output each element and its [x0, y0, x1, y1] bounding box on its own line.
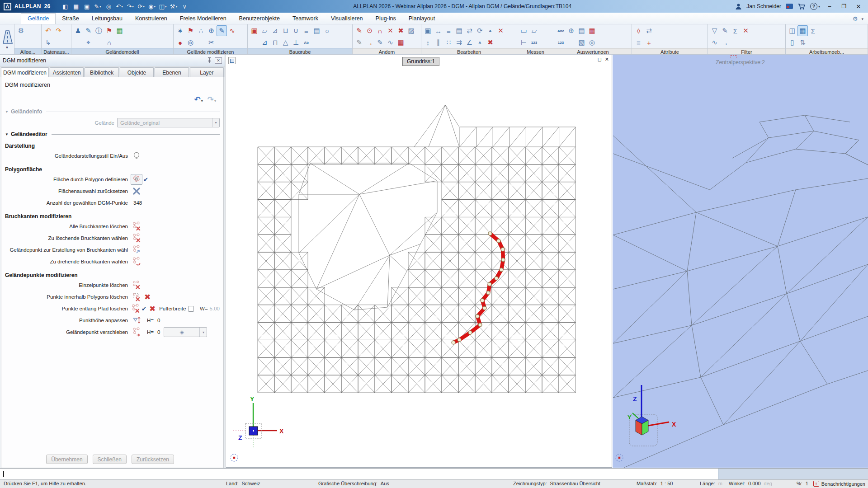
- angle-icon[interactable]: ∠: [464, 37, 475, 48]
- pit-ramp-icon[interactable]: ⊿: [270, 25, 280, 36]
- pit-anchor-icon[interactable]: ⊥: [291, 37, 301, 48]
- eval-chart-icon[interactable]: ▦: [587, 25, 597, 36]
- palette-close-icon[interactable]: ✕: [215, 57, 222, 64]
- redo-button[interactable]: ↷▾: [208, 95, 216, 104]
- terrain-info-icon[interactable]: ⓘ: [94, 25, 104, 36]
- palette-tab-dgm-modifizieren[interactable]: DGM modifizieren: [1, 67, 49, 77]
- view-eye-icon[interactable]: ◉▾: [147, 1, 157, 11]
- mesh-stats-icon[interactable]: ⌂: [104, 37, 114, 48]
- pit-tent-icon[interactable]: △: [280, 37, 291, 48]
- save-icon[interactable]: ▣: [82, 1, 92, 11]
- bulb-icon[interactable]: [131, 151, 142, 161]
- model-cube-icon[interactable]: ◧: [60, 1, 70, 11]
- menu-tab-leitungsbau[interactable]: Leitungsbau: [85, 14, 129, 24]
- palette-tab-bibliothek[interactable]: Bibliothek: [85, 67, 118, 77]
- pit-u-icon[interactable]: ⊔: [280, 25, 291, 36]
- breakline-delete-select-icon[interactable]: [131, 233, 142, 243]
- restore-button[interactable]: ❐: [839, 3, 849, 9]
- pit-layers-icon[interactable]: ≡: [301, 25, 311, 36]
- dgm-edit-icon[interactable]: ✎: [217, 25, 227, 36]
- viewport-perspective[interactable]: Zentralperspektive:2: [613, 55, 868, 468]
- menu-tab-stra-e[interactable]: Straße: [56, 14, 85, 24]
- copy-icon[interactable]: ▣: [423, 25, 433, 36]
- redo-icon[interactable]: ↷▾: [125, 1, 135, 11]
- viewport-plan-title[interactable]: Grundriss:1: [402, 57, 439, 66]
- path-undo-icon[interactable]: ↶: [43, 25, 53, 36]
- eval-report-icon[interactable]: ▤: [576, 25, 587, 36]
- palette-tab-layer[interactable]: Layer: [190, 67, 224, 77]
- breakline-delete-all-icon[interactable]: [131, 221, 142, 231]
- button--bernehmen[interactable]: Übernehmen: [46, 455, 87, 464]
- mod-xl-icon[interactable]: ✖: [396, 25, 406, 36]
- move-icon[interactable]: ↔: [433, 25, 443, 36]
- tools-icon[interactable]: ⚒▾: [169, 1, 179, 11]
- pit-folder-icon[interactable]: ▱: [259, 25, 270, 36]
- big-delete-x-icon[interactable]: ✖: [149, 304, 156, 314]
- path-redo-icon[interactable]: ↷: [53, 25, 64, 36]
- viewport-maximize-icon[interactable]: ◻: [598, 56, 602, 62]
- refresh-icon[interactable]: ⟳▾: [136, 1, 146, 11]
- viewport-perspective-title[interactable]: Zentralperspektive:2: [613, 59, 868, 66]
- eval-abc-icon[interactable]: Abc: [556, 25, 566, 36]
- points-delete-icon[interactable]: [131, 280, 142, 290]
- terrain-paint-icon[interactable]: ✎: [83, 25, 94, 36]
- task-road-button[interactable]: ▾: [0, 24, 14, 54]
- mesh-points-icon[interactable]: ∴: [196, 25, 206, 36]
- mesh-flag-icon[interactable]: ⚑: [185, 25, 196, 36]
- points-polygon-delete-icon[interactable]: [131, 292, 142, 302]
- pin-icon[interactable]: [207, 57, 212, 64]
- stretch-icon[interactable]: ↕: [423, 37, 433, 48]
- pit-ramp2-icon[interactable]: ⊿: [259, 37, 270, 48]
- ribbon-settings-gear-icon[interactable]: ⚙: [853, 15, 858, 22]
- menu-tab-plug-ins[interactable]: Plug-ins: [369, 14, 402, 24]
- mod-arc-icon[interactable]: ∩: [375, 25, 385, 36]
- palette-tab-ebenen[interactable]: Ebenen: [155, 67, 189, 77]
- mod-x-icon[interactable]: ✕: [385, 25, 396, 36]
- terrain-flag-icon[interactable]: ⚑: [104, 25, 114, 36]
- distribute-icon[interactable]: ∷: [443, 37, 454, 48]
- circle-target-icon[interactable]: ◎: [185, 37, 196, 48]
- delete-x-icon[interactable]: ✕: [495, 25, 506, 36]
- section-gelaendeinfo[interactable]: ▼ Geländeinfo: [5, 108, 220, 116]
- path-export-icon[interactable]: ↳: [43, 37, 53, 48]
- breakline-create-icon[interactable]: [131, 245, 142, 255]
- attr-layers-icon[interactable]: ≡: [633, 37, 644, 48]
- mesh-curve-icon[interactable]: ∿: [227, 25, 237, 36]
- rotate-icon[interactable]: ⟳: [475, 25, 485, 36]
- filter-funnel-icon[interactable]: ▽: [709, 25, 720, 36]
- edit-doc-icon[interactable]: ✎▾: [93, 1, 103, 11]
- height-mode-dropdown[interactable]: ◈▾: [164, 327, 207, 337]
- palette-tab-objekte[interactable]: Objekte: [120, 67, 154, 77]
- terrain-chart-icon[interactable]: ▦: [114, 25, 125, 36]
- undo-button[interactable]: ↶▾: [194, 95, 203, 104]
- attr-match-icon[interactable]: +: [644, 37, 654, 48]
- breakline-rotate-icon[interactable]: [131, 257, 142, 267]
- workspace-window-icon[interactable]: ◫: [787, 25, 797, 36]
- workspace-select-icon[interactable]: ▦: [797, 25, 808, 36]
- workspace-palette-icon[interactable]: ▯: [787, 37, 797, 48]
- section-gelaendeeditor[interactable]: ▼ Geländeeditor: [5, 130, 220, 138]
- mod-grid-icon[interactable]: ▦: [396, 37, 406, 48]
- h-value-input[interactable]: 0: [157, 318, 160, 323]
- measure-ruler-icon[interactable]: ▭: [519, 25, 529, 36]
- filter-x-icon[interactable]: ✕: [741, 25, 751, 36]
- delete-x2-icon[interactable]: ✖: [485, 37, 495, 48]
- paste-icon[interactable]: ▤: [454, 25, 464, 36]
- mod-pin-icon[interactable]: ⊙: [364, 25, 375, 36]
- offset-icon[interactable]: ⇉: [454, 37, 464, 48]
- mirror-icon[interactable]: ⇄: [464, 25, 475, 36]
- letter-a-icon[interactable]: A: [485, 25, 495, 36]
- points-path-delete-icon[interactable]: [131, 304, 141, 314]
- terrain-blob-icon[interactable]: ●: [175, 37, 185, 48]
- mod-brush-icon[interactable]: ✎: [354, 37, 364, 48]
- eval-abc-target-icon[interactable]: ⊕: [566, 25, 576, 36]
- mod-wave-icon[interactable]: ∿: [385, 37, 396, 48]
- pit-box-icon[interactable]: ▤: [311, 25, 322, 36]
- letter-a2-icon[interactable]: A: [475, 37, 485, 48]
- overflow-icon[interactable]: ∨: [179, 1, 189, 11]
- undo-icon[interactable]: ↶▾: [114, 1, 124, 11]
- eval-box-icon[interactable]: ▧: [576, 37, 587, 48]
- viewport-close-icon[interactable]: ✕: [605, 56, 609, 62]
- menu-tab-gel-nde[interactable]: Gelände: [21, 13, 56, 24]
- button-schlie-en[interactable]: Schließen: [93, 455, 127, 464]
